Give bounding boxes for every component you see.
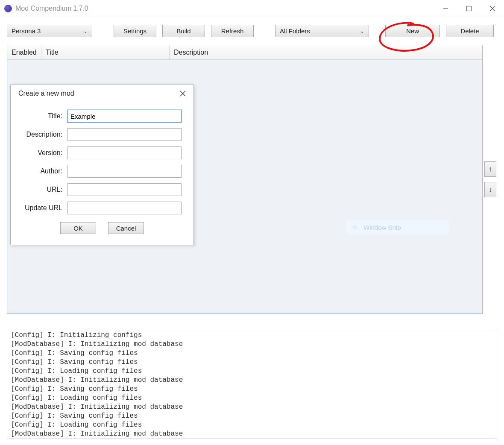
snip-label: Window Snip — [363, 224, 401, 231]
game-dropdown[interactable]: Persona 3 ⌄ — [7, 25, 92, 37]
dialog-titlebar: Create a new mod — [11, 85, 193, 102]
th-enabled[interactable]: Enabled — [7, 45, 41, 59]
version-input[interactable] — [67, 146, 182, 159]
new-button[interactable]: New — [385, 25, 440, 37]
th-title[interactable]: Title — [41, 45, 170, 59]
dialog-body: Title: Description: Version: Author: URL… — [11, 102, 193, 234]
delete-button[interactable]: Delete — [446, 25, 494, 37]
minimize-button[interactable] — [434, 0, 457, 17]
description-input[interactable] — [67, 128, 182, 141]
move-down-button[interactable]: ↓ — [484, 182, 496, 197]
maximize-button[interactable] — [457, 0, 481, 17]
settings-button[interactable]: Settings — [114, 25, 156, 37]
folders-dropdown[interactable]: All Folders ⌄ — [275, 25, 369, 37]
window-snip-bubble[interactable]: Window Snip — [346, 220, 449, 234]
ok-button[interactable]: OK — [60, 222, 96, 234]
close-icon — [180, 91, 186, 97]
app-icon — [4, 5, 12, 12]
snip-dot-icon — [353, 225, 357, 229]
url-label: URL: — [23, 186, 67, 193]
reorder-arrows: ↑ ↓ — [484, 45, 497, 314]
updateurl-label: Update URL — [23, 204, 67, 212]
close-window-button[interactable] — [481, 0, 504, 17]
chevron-down-icon: ⌄ — [83, 28, 88, 34]
updateurl-input[interactable] — [67, 202, 182, 214]
description-label: Description: — [23, 131, 67, 138]
version-label: Version: — [23, 149, 67, 157]
window-title: Mod Compendium 1.7.0 — [15, 5, 88, 12]
url-input[interactable] — [67, 183, 182, 196]
log-panel[interactable]: [Config] I: Initializing configs [ModDat… — [7, 329, 497, 439]
svg-rect-1 — [466, 6, 471, 11]
refresh-button[interactable]: Refresh — [211, 25, 254, 37]
author-label: Author: — [23, 167, 67, 175]
maximize-icon — [466, 6, 472, 12]
game-dropdown-label: Persona 3 — [12, 27, 41, 35]
title-label: Title: — [23, 112, 67, 120]
create-mod-dialog: Create a new mod Title: Description: Ver… — [10, 85, 194, 245]
dialog-title: Create a new mod — [18, 90, 176, 97]
cancel-button[interactable]: Cancel — [108, 222, 144, 234]
folders-dropdown-label: All Folders — [280, 27, 310, 35]
dialog-close-button[interactable] — [176, 87, 189, 100]
build-button[interactable]: Build — [162, 25, 205, 37]
minimize-icon — [442, 6, 448, 12]
chevron-down-icon: ⌄ — [360, 28, 364, 34]
close-icon — [489, 6, 495, 12]
author-input[interactable] — [67, 165, 182, 178]
titlebar: Mod Compendium 1.7.0 — [0, 0, 504, 17]
toolbar: Persona 3 ⌄ Settings Build Refresh All F… — [0, 17, 504, 45]
move-up-button[interactable]: ↑ — [484, 161, 496, 177]
table-header: Enabled Title Description — [7, 45, 482, 60]
title-input[interactable] — [67, 110, 182, 123]
th-description[interactable]: Description — [170, 45, 482, 59]
